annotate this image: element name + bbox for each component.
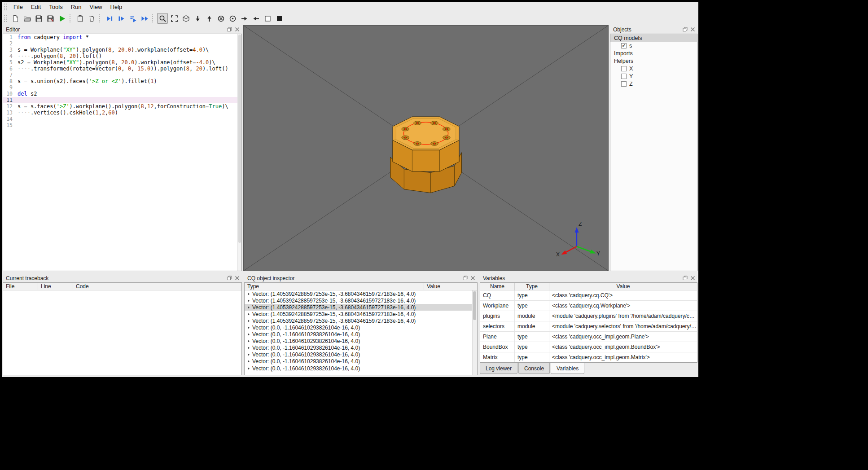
float-panel-icon[interactable]	[226, 275, 232, 281]
float-panel-icon[interactable]	[682, 275, 688, 281]
variable-row[interactable]: CQtype<class 'cadquery.cq.CQ'>	[480, 290, 697, 301]
expand-arrow-icon[interactable]	[248, 299, 250, 302]
checkbox-unchecked-icon[interactable]	[621, 74, 627, 79]
variable-row[interactable]: pluginsmodule<module 'cadquery.plugins' …	[480, 311, 697, 321]
inspector-row[interactable]: Vector: (0.0, -1.1604610293826104e-16, 4…	[245, 331, 472, 338]
editor-scrollbar[interactable]	[237, 34, 241, 271]
menu-file[interactable]: File	[9, 3, 27, 11]
expand-arrow-icon[interactable]	[248, 293, 250, 295]
close-panel-icon[interactable]	[689, 275, 696, 281]
expand-arrow-icon[interactable]	[248, 360, 250, 363]
expand-arrow-icon[interactable]	[248, 326, 250, 329]
zoom-button[interactable]	[157, 13, 168, 24]
checkbox-unchecked-icon[interactable]	[621, 66, 627, 71]
scrollbar-thumb[interactable]	[473, 291, 476, 320]
save-button[interactable]	[33, 13, 44, 24]
close-panel-icon[interactable]	[689, 26, 696, 33]
close-panel-icon[interactable]	[234, 275, 240, 281]
code-line[interactable]: 4····.polygon(8, 20).loft()	[3, 53, 241, 59]
inspector-row[interactable]: Vector: (1.4053924288597253e-15, -3.6804…	[245, 317, 472, 324]
variable-row[interactable]: BoundBoxtype<class 'cadquery.occ_impl.ge…	[480, 342, 697, 352]
code-line[interactable]: 2	[3, 40, 241, 47]
shaded-button[interactable]	[274, 13, 285, 24]
code-line[interactable]: 13····.vertices().cskHole(1,2,60)	[3, 110, 241, 116]
expand-arrow-icon[interactable]	[248, 353, 250, 356]
line-number[interactable]: 14	[3, 116, 16, 122]
tree-item-s[interactable]: ✔s	[610, 42, 697, 49]
checkbox-checked-icon[interactable]: ✔	[621, 43, 627, 48]
inspector-row[interactable]: Vector: (0.0, -1.1604610293826104e-16, 4…	[245, 358, 472, 365]
expand-arrow-icon[interactable]	[248, 313, 250, 316]
debug-continue-button[interactable]	[139, 13, 150, 24]
editor-code-area[interactable]: 1from cadquery import *23s = Workplane("…	[3, 34, 242, 271]
expand-arrow-icon[interactable]	[248, 347, 250, 349]
inspector-row[interactable]: Vector: (1.4053924288597253e-15, -3.6804…	[245, 290, 472, 297]
view-up-button[interactable]	[204, 13, 215, 24]
line-number[interactable]: 8	[3, 78, 16, 84]
code-line[interactable]: 5s2 = Workplane("XY").polygon(8, 20.0).w…	[3, 59, 241, 66]
viewport-canvas[interactable]: Z X Y	[244, 26, 608, 271]
tab-log-viewer[interactable]: Log viewer	[480, 363, 517, 374]
toolbar-handle[interactable]	[4, 15, 7, 22]
view-into-button[interactable]	[215, 13, 226, 24]
variable-row[interactable]: selectorsmodule<module 'cadquery.selecto…	[480, 321, 697, 332]
line-number[interactable]: 7	[3, 72, 16, 78]
code-line[interactable]: 10del s2	[3, 91, 241, 97]
code-line[interactable]: 14	[3, 116, 241, 122]
debug-step-over-button[interactable]	[127, 13, 138, 24]
inspector-scrollbar[interactable]	[472, 290, 477, 375]
debug-step-button[interactable]	[116, 13, 127, 24]
code-line[interactable]: 3s = Workplane("XY").polygon(8, 20.0).wo…	[3, 47, 241, 53]
close-panel-icon[interactable]	[469, 275, 476, 281]
line-number[interactable]: 10	[3, 91, 16, 97]
tab-variables[interactable]: Variables	[551, 363, 584, 374]
run-button[interactable]	[57, 13, 67, 24]
inspector-row[interactable]: Vector: (0.0, -1.1604610293826104e-16, 4…	[245, 338, 472, 345]
code-line[interactable]: 15	[3, 122, 241, 128]
line-number[interactable]: 4	[3, 53, 16, 59]
code-line[interactable]: 12s = s.faces('>Z').workplane().polygon(…	[3, 103, 241, 110]
line-number[interactable]: 12	[3, 103, 16, 110]
tree-item-z[interactable]: Z	[610, 80, 697, 88]
tree-item-x[interactable]: X	[610, 65, 697, 72]
expand-arrow-icon[interactable]	[248, 320, 250, 322]
menu-edit[interactable]: Edit	[27, 3, 45, 11]
wireframe-button[interactable]	[262, 13, 273, 24]
tree-item-helpers[interactable]: Helpers	[610, 57, 697, 65]
variable-row[interactable]: Matrixtype<class 'cadquery.occ_impl.geom…	[480, 352, 697, 363]
variable-row[interactable]: Workplanetype<class 'cadquery.cq.Workpla…	[480, 301, 697, 311]
line-number[interactable]: 2	[3, 40, 16, 47]
code-line[interactable]: 8s = s.union(s2).faces('>Z or <Z').fille…	[3, 78, 241, 84]
inspector-row[interactable]: Vector: (1.4053924288597253e-15, -3.6804…	[245, 297, 472, 304]
menubar-handle[interactable]	[4, 4, 7, 10]
checkbox-unchecked-icon[interactable]	[621, 81, 627, 87]
iso-view-button[interactable]	[180, 13, 191, 24]
expand-arrow-icon[interactable]	[248, 306, 250, 309]
delete-button[interactable]	[86, 13, 97, 24]
tree-item-imports[interactable]: Imports	[610, 49, 697, 57]
line-number[interactable]: 5	[3, 59, 16, 66]
line-number[interactable]: 3	[3, 47, 16, 53]
debug-run-to-line-button[interactable]	[104, 13, 115, 24]
view-right-button[interactable]	[239, 13, 250, 24]
float-panel-icon[interactable]	[682, 26, 688, 33]
view-down-button[interactable]	[192, 13, 203, 24]
inspector-row[interactable]: Vector: (1.4053924288597253e-15, -3.6804…	[245, 304, 472, 311]
cad-model[interactable]	[390, 117, 462, 193]
expand-arrow-icon[interactable]	[248, 367, 250, 370]
inspector-row[interactable]: Vector: (1.4053924288597253e-15, -3.6804…	[245, 311, 472, 317]
tree-item-cq-models[interactable]: CQ models	[610, 34, 697, 42]
save-as-button[interactable]	[45, 13, 56, 24]
expand-arrow-icon[interactable]	[248, 340, 250, 343]
inspector-row[interactable]: Vector: (0.0, -1.1604610293826104e-16, 4…	[245, 365, 472, 372]
expand-arrow-icon[interactable]	[248, 333, 250, 336]
variable-row[interactable]: Planetype<class 'cadquery.occ_impl.geom.…	[480, 332, 697, 342]
line-number[interactable]: 15	[3, 122, 16, 128]
code-line[interactable]: 1from cadquery import *	[3, 34, 241, 40]
paste-button[interactable]	[75, 13, 85, 24]
scrollbar-thumb[interactable]	[238, 35, 241, 243]
close-panel-icon[interactable]	[234, 26, 240, 33]
code-line[interactable]: 11	[3, 97, 241, 103]
code-line[interactable]: 9	[3, 84, 241, 91]
menu-tools[interactable]: Tools	[45, 3, 66, 11]
